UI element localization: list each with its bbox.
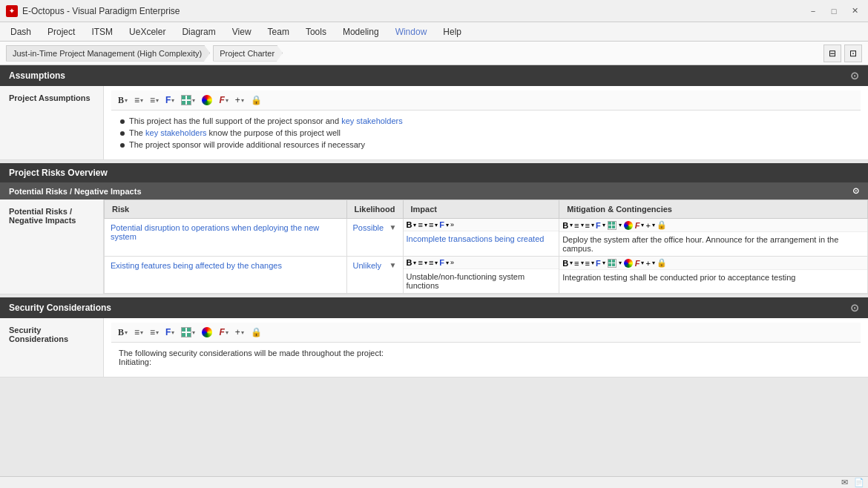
impact-tb-more-1[interactable]: » xyxy=(450,221,454,228)
minimize-button[interactable]: − xyxy=(806,5,821,17)
impact-tb-list1-2[interactable]: ≡ xyxy=(418,258,422,267)
mit-tb-font-1[interactable]: F xyxy=(596,221,601,230)
mit-tb-bold-1[interactable]: B xyxy=(562,221,568,230)
mitigation-text-2: Integration testing shall be conducted p… xyxy=(559,270,867,285)
impact-tb-font-2[interactable]: F xyxy=(439,258,444,267)
tb-table-btn[interactable]: ▾ xyxy=(179,93,197,107)
likelihood-1: Possible ▼ xyxy=(346,219,403,257)
impact-tb-more-2[interactable]: » xyxy=(450,259,454,266)
list1-arrow: ▾ xyxy=(140,97,143,104)
assumptions-section-header[interactable]: Assumptions ⊙ xyxy=(0,65,868,86)
tb-bold-btn[interactable]: B ▾ xyxy=(116,94,130,106)
risks-section-header[interactable]: Project Risks Overview xyxy=(0,163,868,182)
mit-tb-table-2[interactable] xyxy=(608,259,617,268)
impact-tb-list2-2[interactable]: ≡ xyxy=(429,258,433,267)
likelihood-2: Unlikely ▼ xyxy=(346,257,403,294)
risks-sub-title: Potential Risks / Negative Impacts xyxy=(9,187,142,196)
tb-italic-btn[interactable]: F ▾ xyxy=(217,94,230,106)
menu-diagram[interactable]: Diagram xyxy=(174,24,223,39)
menu-itsm[interactable]: ITSM xyxy=(84,24,120,39)
impact-tb-list2-1[interactable]: ≡ xyxy=(429,220,433,229)
menu-uexceler[interactable]: UeXceler xyxy=(122,24,173,39)
menu-view[interactable]: View xyxy=(225,24,259,39)
security-line2: Initiating: xyxy=(119,357,853,366)
assumption-text-2: The key stakeholders know the purpose of… xyxy=(129,128,341,137)
menu-team[interactable]: Team xyxy=(260,24,297,39)
close-button[interactable]: ✕ xyxy=(847,5,862,17)
sec-tb-list1-btn[interactable]: ≡ ▾ xyxy=(132,326,145,338)
col-likelihood: Likelihood xyxy=(346,200,403,219)
security-section-header[interactable]: Security Considerations ⊙ xyxy=(0,297,868,318)
impact-toolbar-2: B ▾ ≡ ▾ ≡ ▾ F ▾ » xyxy=(404,257,559,269)
mit-tb-bold-2[interactable]: B xyxy=(562,259,568,268)
mit-tb-color-1[interactable] xyxy=(624,221,633,230)
sec-tb-plus-btn[interactable]: + ▾ xyxy=(233,326,246,338)
sec-tb-italic-btn[interactable]: F ▾ xyxy=(217,326,230,338)
menu-tools[interactable]: Tools xyxy=(298,24,334,39)
mit-tb-italic-1[interactable]: F xyxy=(635,221,640,230)
mit-tb-list1-1[interactable]: ≡ xyxy=(574,221,579,230)
font-arrow: ▾ xyxy=(171,97,174,104)
sec-tb-bold-btn[interactable]: B ▾ xyxy=(116,326,130,338)
mit-tb-list1-2[interactable]: ≡ xyxy=(574,259,579,268)
tb-list1-btn[interactable]: ≡ ▾ xyxy=(132,94,145,106)
maximize-button[interactable]: □ xyxy=(826,5,841,17)
assumptions-field-content: B ▾ ≡ ▾ ≡ ▾ F ▾ xyxy=(104,86,868,159)
breadcrumb-icon-2[interactable]: ⊡ xyxy=(844,44,862,62)
risks-field-row: Potential Risks / Negative Impacts Risk … xyxy=(0,200,868,294)
breadcrumb-actions[interactable]: ⊟ ⊡ xyxy=(823,44,862,62)
impact-tb-list1-arrow-2: ▾ xyxy=(424,260,427,266)
menu-project[interactable]: Project xyxy=(40,24,82,39)
mit-tb-list2-1[interactable]: ≡ xyxy=(585,221,590,230)
table-icon xyxy=(181,95,191,105)
menu-help[interactable]: Help xyxy=(435,24,469,39)
mit-tb-italic-2[interactable]: F xyxy=(635,259,640,268)
sec-tb-color-btn[interactable] xyxy=(200,326,214,339)
status-mail-icon[interactable]: ✉ xyxy=(838,477,850,489)
sec-tb-font-btn[interactable]: F ▾ xyxy=(163,326,177,338)
bullet-dot-1 xyxy=(120,119,125,124)
impact-tb-list1-1[interactable]: ≡ xyxy=(418,220,422,229)
impact-tb-bold-2[interactable]: B xyxy=(407,258,412,267)
tb-lock-btn[interactable]: 🔒 xyxy=(249,94,264,106)
pin-icon-security: ⊙ xyxy=(850,302,859,314)
sec-tb-list2-btn[interactable]: ≡ ▾ xyxy=(148,326,161,338)
mit-tb-table-1[interactable] xyxy=(608,221,617,230)
status-doc-icon[interactable]: 📄 xyxy=(853,477,865,489)
mit-tb-italic-arrow-1: ▾ xyxy=(641,222,644,228)
tb-font-btn[interactable]: F ▾ xyxy=(163,94,177,106)
likelihood-dropdown-1[interactable]: ▼ xyxy=(389,223,397,231)
mit-tb-list2-arrow-1: ▾ xyxy=(591,222,594,228)
assumption-item-2: The key stakeholders know the purpose of… xyxy=(120,127,852,139)
impact-tb-list1-arrow-1: ▾ xyxy=(424,222,427,228)
sec-tb-lock-btn[interactable]: 🔒 xyxy=(249,326,264,338)
mit-tb-plus-1[interactable]: + xyxy=(645,221,650,230)
italic-icon: F xyxy=(219,96,224,105)
mit-tb-color-2[interactable] xyxy=(624,259,633,268)
impact-tb-bold-1[interactable]: B xyxy=(407,220,412,229)
sec-tb-table-btn[interactable]: ▾ xyxy=(179,326,197,339)
tb-list2-btn[interactable]: ≡ ▾ xyxy=(148,94,161,106)
mit-tb-font-2[interactable]: F xyxy=(596,259,601,268)
breadcrumb-icon-1[interactable]: ⊟ xyxy=(823,44,841,62)
mit-tb-plus-2[interactable]: + xyxy=(645,259,650,268)
impact-tb-font-1[interactable]: F xyxy=(439,220,444,229)
breadcrumb-charter[interactable]: Project Charter xyxy=(213,45,283,62)
likelihood-dropdown-2[interactable]: ▼ xyxy=(389,261,397,269)
menu-window[interactable]: Window xyxy=(388,24,435,39)
tb-plus-btn[interactable]: + ▾ xyxy=(233,94,246,106)
sec-lock-icon: 🔒 xyxy=(251,328,262,337)
window-controls[interactable]: − □ ✕ xyxy=(806,5,862,17)
mit-tb-lock-1[interactable]: 🔒 xyxy=(657,220,667,230)
bold-arrow: ▾ xyxy=(125,97,128,104)
mit-tb-list2-2[interactable]: ≡ xyxy=(585,259,590,268)
menu-modeling[interactable]: Modeling xyxy=(335,24,387,39)
security-content: Security Considerations B ▾ ≡ ▾ ≡ ▾ xyxy=(0,318,868,377)
risks-title: Project Risks Overview xyxy=(9,168,108,178)
mitigation-2: B ▾ ≡ ▾ ≡ ▾ F ▾ xyxy=(559,257,868,294)
menu-dash[interactable]: Dash xyxy=(3,24,39,39)
tb-color-btn[interactable] xyxy=(200,93,214,107)
risks-sub-header[interactable]: Potential Risks / Negative Impacts ⊙ xyxy=(0,182,868,200)
mit-tb-lock-2[interactable]: 🔒 xyxy=(657,258,667,268)
breadcrumb-project[interactable]: Just-in-Time Project Management (High Co… xyxy=(6,45,210,62)
